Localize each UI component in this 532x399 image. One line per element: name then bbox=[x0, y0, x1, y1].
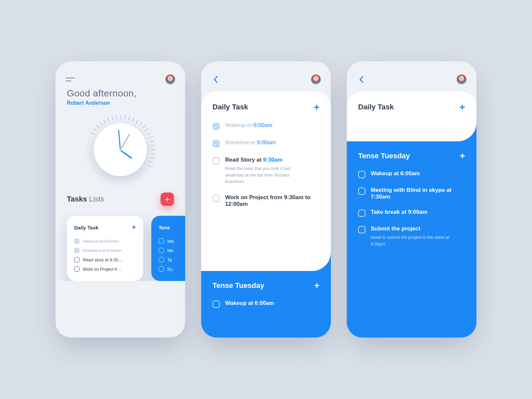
task-description: Read the book that you took it last yest… bbox=[225, 165, 305, 185]
panel-corner-decoration bbox=[312, 252, 331, 271]
checkbox-icon[interactable] bbox=[74, 257, 79, 262]
add-task-button[interactable]: + bbox=[460, 151, 465, 161]
menu-icon[interactable] bbox=[66, 76, 75, 82]
list-item[interactable]: Wa bbox=[159, 236, 185, 246]
checkbox-icon[interactable] bbox=[74, 248, 79, 253]
checkbox-icon[interactable] bbox=[358, 226, 365, 233]
task-row[interactable]: Wakeup at 6:00am bbox=[212, 296, 320, 312]
greeting-text: Good afternoon, bbox=[67, 88, 174, 99]
checkbox-icon[interactable] bbox=[212, 157, 220, 165]
checkbox-icon[interactable] bbox=[212, 195, 220, 202]
section-title: Tasks Lists bbox=[67, 195, 104, 203]
back-button[interactable] bbox=[357, 75, 366, 84]
panel-title: Tense Tuesday bbox=[358, 152, 410, 160]
task-row[interactable]: Submit the project Need to submit the pr… bbox=[358, 221, 465, 251]
phone-screen-home: Good afternoon, Robert Anderson Tasks Li… bbox=[56, 62, 185, 337]
checkbox-icon[interactable] bbox=[159, 266, 164, 272]
list-item[interactable]: Breakfast at 9:00am bbox=[74, 246, 136, 255]
add-list-button[interactable]: + bbox=[161, 193, 174, 206]
list-item[interactable]: Read story at 9:30… bbox=[74, 255, 136, 264]
task-row[interactable]: Take break at 9:00am bbox=[358, 204, 465, 221]
list-item[interactable]: Su bbox=[159, 264, 185, 274]
panel-title: Daily Task bbox=[358, 103, 394, 111]
checkbox-icon[interactable] bbox=[358, 188, 365, 195]
user-name: Robert Anderson bbox=[67, 100, 174, 106]
avatar[interactable] bbox=[457, 74, 466, 84]
back-button[interactable] bbox=[211, 75, 220, 84]
checkbox-icon[interactable] bbox=[159, 238, 164, 244]
checkbox-icon[interactable] bbox=[212, 140, 220, 147]
topbar bbox=[201, 62, 331, 88]
card-title: Daily Task bbox=[74, 225, 98, 230]
list-item[interactable]: Wakeup at 8:00am bbox=[74, 236, 136, 246]
panel-title: Tense Tuesday bbox=[212, 281, 264, 290]
panel-title: Daily Task bbox=[212, 103, 248, 111]
card-title: Tens bbox=[159, 225, 170, 230]
add-task-button[interactable]: + bbox=[459, 101, 465, 113]
checkbox-icon[interactable] bbox=[358, 171, 365, 178]
task-row[interactable]: Work on Project from 9:30am to 12:00am bbox=[212, 190, 320, 212]
add-task-button[interactable]: + bbox=[314, 101, 320, 113]
task-row[interactable]: Breakfast at 9:00am bbox=[212, 135, 320, 152]
daily-task-panel: Daily Task + Wakeup at 8:00am Breakfast … bbox=[201, 91, 331, 271]
topbar bbox=[347, 62, 476, 88]
avatar[interactable] bbox=[311, 74, 321, 84]
avatar[interactable] bbox=[165, 74, 175, 84]
list-item[interactable]: Ta bbox=[159, 255, 185, 264]
daily-task-panel: Daily Task + bbox=[347, 91, 476, 141]
task-row[interactable]: Wakeup at 6:00am bbox=[358, 166, 465, 183]
tense-tuesday-panel: Tense Tuesday + Wakeup at 6:00am Meeting… bbox=[347, 141, 476, 337]
checkbox-icon[interactable] bbox=[74, 238, 79, 244]
add-task-button[interactable]: + bbox=[314, 280, 320, 291]
checkbox-icon[interactable] bbox=[159, 248, 164, 253]
add-task-icon[interactable]: + bbox=[132, 223, 136, 232]
task-description: Need to submit the project to the client… bbox=[371, 234, 454, 247]
list-item[interactable]: Work on Project fr… bbox=[74, 264, 136, 274]
checkbox-icon[interactable] bbox=[74, 266, 79, 272]
list-item[interactable]: Me bbox=[159, 246, 185, 255]
topbar bbox=[56, 62, 185, 88]
task-row[interactable]: Wakeup at 8:00am bbox=[212, 117, 320, 135]
card-tense-tuesday[interactable]: Tens + Wa Me Ta Su bbox=[151, 216, 185, 281]
card-daily-task[interactable]: Daily Task + Wakeup at 8:00am Breakfast … bbox=[67, 216, 143, 281]
checkbox-icon[interactable] bbox=[212, 301, 220, 308]
task-list-cards[interactable]: Daily Task + Wakeup at 8:00am Breakfast … bbox=[56, 206, 185, 281]
checkbox-icon[interactable] bbox=[212, 123, 220, 130]
task-row[interactable]: Read Story at 9:30am Read the book that … bbox=[212, 152, 320, 190]
task-row[interactable]: Meeting with Blind in skype at 7:30am bbox=[358, 183, 465, 204]
clock bbox=[56, 115, 185, 185]
phone-screen-daily-task: Daily Task + Wakeup at 8:00am Breakfast … bbox=[201, 62, 331, 337]
checkbox-icon[interactable] bbox=[358, 209, 365, 217]
tasks-lists-header: Tasks Lists + bbox=[56, 193, 185, 206]
tense-tuesday-panel: Tense Tuesday + Wakeup at 6:00am bbox=[201, 271, 331, 337]
greeting-block: Good afternoon, Robert Anderson bbox=[56, 88, 185, 106]
panel-corner-decoration bbox=[458, 123, 476, 141]
phone-screen-tense-tuesday: Daily Task + Tense Tuesday + Wakeup at 6… bbox=[347, 62, 476, 337]
checkbox-icon[interactable] bbox=[159, 257, 164, 262]
